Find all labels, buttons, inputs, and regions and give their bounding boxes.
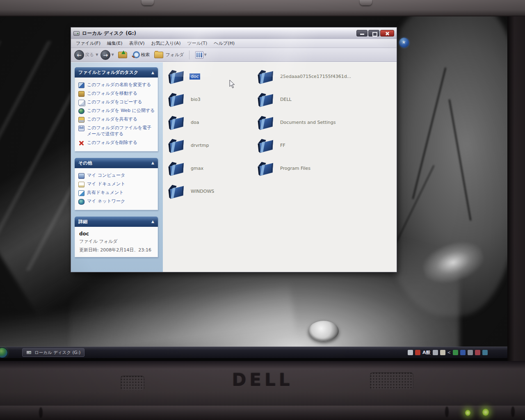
mouse-cursor [229,80,236,89]
laptop-right-bezel [507,16,525,361]
close-button[interactable] [380,30,394,37]
copy-icon [78,100,84,105]
task-label: このフォルダのファイルを電子メールで送信する [87,125,155,137]
details-file-name: doc [79,231,155,237]
move-icon [78,91,84,97]
details-modified: 更新日時: 2008年2月14日、23:16 [79,247,155,253]
laptop-screen: ローカル ディスク (G:) ファイル(F)編集(E)表示(V)お気に入り(A)… [0,16,507,361]
antivirus-icon[interactable] [453,350,458,355]
file-item[interactable]: gmax [167,157,215,180]
mycomputer-icon [78,173,84,179]
collapse-chevron-icon[interactable]: ▲ [151,219,154,224]
panel-title: 詳細 [78,219,87,225]
back-caret-icon[interactable]: ▼ [96,53,98,57]
share-icon [78,117,84,123]
file-label: doc [189,73,200,80]
task-link[interactable]: このフォルダのファイルを電子メールで送信する [78,124,155,139]
folder-icon [256,114,275,130]
menu-item[interactable]: ファイル(F) [73,39,104,47]
place-link[interactable]: マイ ドキュメント [78,180,155,189]
toolbar: ← 戻る ▼ → ▼ 検索 フォルダ [71,48,397,62]
desktop-icon[interactable] [399,38,409,48]
place-link[interactable]: 共有ドキュメント [78,189,155,197]
file-item[interactable]: DELL [256,88,352,111]
place-label: マイ コンピュータ [87,173,125,179]
forward-caret-icon[interactable]: ▼ [111,53,114,57]
task-link[interactable]: このフォルダを Web に公開する [78,107,155,115]
hide-icons-chevron[interactable]: < [447,350,451,355]
search-button[interactable]: 検索 [130,51,151,59]
menu-bar: ファイル(F)編集(E)表示(V)お気に入り(A)ツール(T)ヘルプ(H) [71,39,397,48]
web-icon [78,108,84,114]
file-label: Program Files [279,165,312,171]
minimize-button[interactable] [356,30,368,37]
file-item[interactable]: doa [167,111,215,134]
ime-mode-indicator[interactable]: A般 [422,350,431,355]
tray-blue-icon[interactable] [460,350,466,355]
window-titlebar[interactable]: ローカル ディスク (G:) [71,27,397,39]
email-icon [78,126,84,131]
up-button[interactable] [116,52,129,58]
menu-item[interactable]: 表示(V) [126,39,148,47]
folder-icon [167,183,186,199]
file-item[interactable]: FF [256,134,352,157]
tray-red2-icon[interactable] [475,350,480,355]
menu-item[interactable]: お気に入り(A) [148,39,184,47]
file-label: gmax [189,165,205,171]
task-label: このフォルダをコピーする [87,99,142,105]
system-tray: A般 < [408,350,488,355]
forward-button[interactable]: → ▼ [100,50,114,60]
file-item[interactable]: Documents and Settings [256,111,352,134]
panel-title: その他 [78,160,92,166]
file-label: 25edaaa0715ce17155f4361d... [279,73,352,80]
place-link[interactable]: マイ コンピュータ [78,171,155,180]
back-button[interactable]: ← 戻る ▼ [74,50,99,60]
folders-button[interactable]: フォルダ [153,52,185,58]
task-link[interactable]: このフォルダを共有する [78,115,155,124]
laptop-front-edge [0,405,525,420]
collapse-chevron-icon[interactable]: ▲ [151,71,154,75]
menu-item[interactable]: ツール(T) [184,39,211,47]
ime-pad-icon[interactable] [433,350,438,355]
file-item[interactable]: WINDOWS [167,180,215,203]
views-button[interactable]: ▼ [194,51,208,59]
tray-gray-icon[interactable] [468,350,473,355]
forward-icon: → [100,50,110,60]
file-item[interactable]: Program Files [256,157,352,180]
task-link[interactable]: このフォルダを移動する [78,89,155,98]
task-link[interactable]: このフォルダをコピーする [78,98,155,107]
task-label: このフォルダを Web に公開する [87,108,155,114]
taskbar-window-button[interactable]: ローカル ディスク (G:) [22,348,84,357]
menu-item[interactable]: 編集(E) [104,39,126,47]
task-link[interactable]: このフォルダを削除する [78,139,155,147]
file-list-area[interactable]: doc bio3 doa [163,62,397,272]
ime-dict-icon[interactable] [440,350,445,355]
place-link[interactable]: マイ ネットワーク [78,197,155,206]
start-button[interactable] [0,347,8,358]
panel-header[interactable]: ファイルとフォルダのタスク ▲ [75,67,158,78]
file-item[interactable]: drvrtmp [167,134,215,157]
maximize-button[interactable] [368,30,379,37]
bumper [445,406,449,417]
file-item[interactable]: 25edaaa0715ce17155f4361d... [256,65,352,88]
task-link[interactable]: このフォルダの名前を変更する [78,81,155,89]
file-label: FF [279,142,287,148]
window-content: ファイルとフォルダのタスク ▲ このフォルダの名前を変更する [71,62,397,272]
task-label: このフォルダを移動する [87,91,137,97]
laptop-bottom-bezel: DELL [0,361,525,405]
panel-header[interactable]: その他 ▲ [75,158,158,168]
folder-icon [167,68,186,84]
details-file-type: ファイル フォルダ [79,238,155,244]
tray-teal-icon[interactable] [482,350,488,355]
mydocs-icon [78,182,84,187]
file-label: bio3 [189,96,202,103]
delete-icon [78,140,84,146]
file-item[interactable]: doc [167,65,215,88]
tray-red-icon[interactable] [415,350,420,355]
file-item[interactable]: bio3 [167,88,215,111]
collapse-chevron-icon[interactable]: ▲ [151,161,154,165]
menu-item[interactable]: ヘルプ(H) [210,39,238,47]
panel-header[interactable]: 詳細 ▲ [75,217,158,227]
file-label: drvrtmp [189,142,210,148]
keyboard-icon[interactable] [408,350,413,355]
